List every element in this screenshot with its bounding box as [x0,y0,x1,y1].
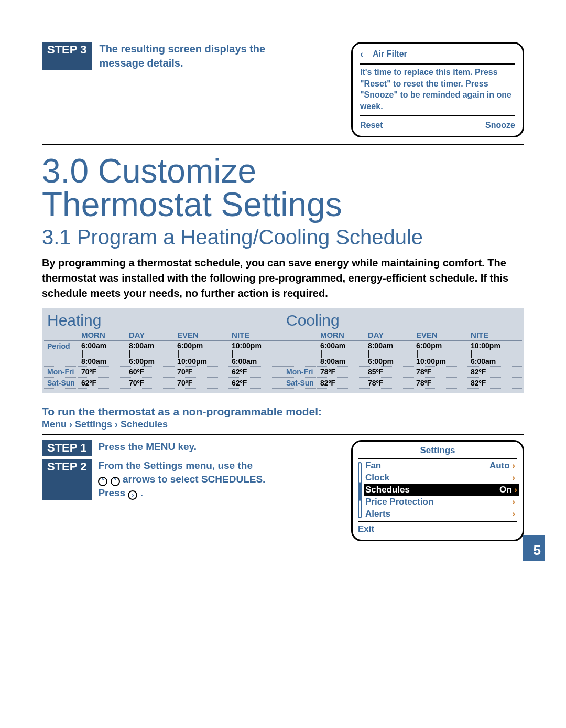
snooze-button[interactable]: Snooze [485,120,515,131]
col-even: EVEN [174,329,228,341]
air-filter-title: Air Filter [373,48,407,60]
settings-scrollbar[interactable] [358,462,362,518]
col-morn: MORN [317,329,365,341]
step1-block: STEP 1 Press the MENU key. [42,440,324,456]
thin-divider [42,434,524,435]
reset-button[interactable]: Reset [360,120,383,131]
col-nite: NITE [228,329,283,341]
col-day: DAY [365,329,413,341]
col-day: DAY [126,329,174,341]
step2-block: STEP 2 From the Settings menu, use the ˄… [42,459,324,500]
table-row: Mon-Fri 78ºF 85ºF 78ºF 82ºF [283,367,522,378]
heating-title: Heating [44,311,283,329]
steps-column: STEP 1 Press the MENU key. STEP 2 From t… [42,440,324,503]
air-filter-message: It's time to replace this item. Press "R… [360,67,515,116]
table-row: Sat-Sun 62ºF 70ºF 70ºF 62ºF [44,378,283,389]
table-row: Sat-Sun 82ºF 78ºF 78ºF 82ºF [283,378,522,389]
table-row: 6:00am | 8:00am 8:00am | 6:00pm 6:00pm |… [283,341,522,367]
heating-table: . MORN DAY EVEN NITE Period 6:00am | 8:0… [44,329,283,389]
settings-row-alerts[interactable]: Alerts › [365,508,517,520]
air-filter-titlebar: ‹ Air Filter [360,48,515,65]
back-icon[interactable]: ‹ [360,48,363,60]
step3-badge: STEP 3 [42,42,92,70]
section-divider [42,144,524,145]
settings-row-price-protection[interactable]: Price Protection › [365,496,517,508]
cooling-table: . MORN DAY EVEN NITE 6:00am | 8:00am 8:0… [283,329,522,389]
settings-row-schedules[interactable]: Schedules On › [364,484,519,496]
step1-badge: STEP 1 [42,440,92,456]
settings-row-clock[interactable]: Clock › [365,472,517,484]
manual-page: STEP 3 The resulting screen displays the… [0,0,566,571]
middle-divider [335,440,335,550]
col-morn: MORN [78,329,126,341]
chapter-heading: 3.0 Customize Thermostat Settings [42,154,524,221]
step2-badge: STEP 2 [42,459,92,500]
nonprogrammable-heading: To run the thermostat as a non-programma… [42,405,524,418]
table-row: Mon-Fri 70ºF 60ºF 70ºF 62ºF [44,367,283,378]
settings-title: Settings [358,445,517,459]
intro-paragraph: By programming a thermostat schedule, yo… [42,255,524,301]
col-even: EVEN [413,329,467,341]
cooling-title: Cooling [283,311,522,329]
down-arrow-icon: ˅ [111,477,120,486]
settings-row-fan[interactable]: Fan Auto › [365,460,517,472]
settings-scroll-thumb[interactable] [359,482,361,501]
nonprogrammable-path: Menu › Settings › Schedules [42,419,524,430]
settings-exit[interactable]: Exit [358,521,517,536]
top-row: STEP 3 The resulting screen displays the… [42,42,524,137]
step2-text: From the Settings menu, use the ˄ ˅ arro… [98,459,265,500]
chapter-line2: Thermostat Settings [42,186,342,223]
chapter-line1: 3.0 Customize [42,152,256,190]
schedule-table: Heating Cooling . MORN DAY EVEN NITE P [42,308,524,393]
settings-panel: Settings Fan Auto › Clock › Schedules On… [351,440,524,541]
page-number: 5 [523,535,545,561]
step1-text: Press the MENU key. [98,440,197,456]
col-nite: NITE [467,329,522,341]
bottom-row: STEP 1 Press the MENU key. STEP 2 From t… [42,440,524,550]
air-filter-panel: ‹ Air Filter It's time to replace this i… [351,42,524,137]
table-row: Period 6:00am | 8:00am 8:00am | 6:00pm 6… [44,341,283,367]
up-arrow-icon: ˄ [98,477,107,486]
right-arrow-icon: › [128,490,137,500]
step3-text: The resulting screen displays the messag… [99,42,283,70]
step3-block: STEP 3 The resulting screen displays the… [42,42,283,70]
section-heading: 3.1 Program a Heating/Cooling Schedule [42,226,524,249]
